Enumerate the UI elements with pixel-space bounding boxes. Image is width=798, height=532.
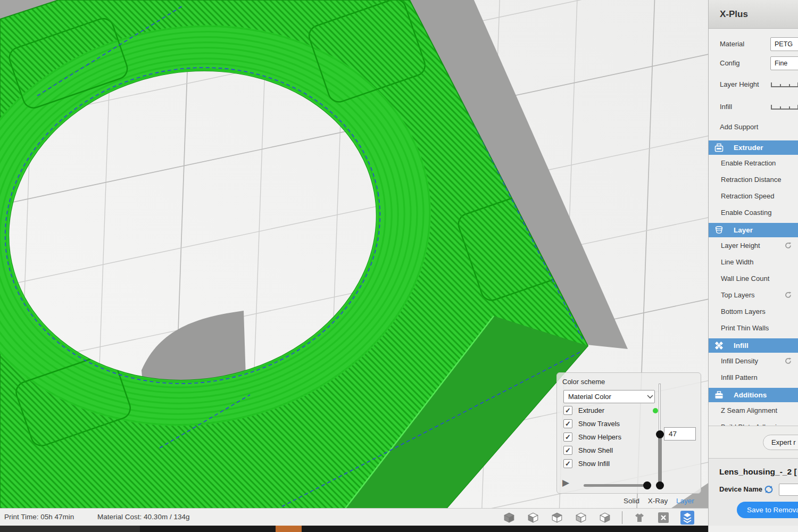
checkbox-row-show-infill[interactable]: ✓ Show Infill <box>563 459 691 470</box>
color-scheme-title: Color scheme <box>562 378 605 386</box>
section-title: Infill <box>734 338 749 353</box>
infill-icon <box>714 341 724 350</box>
view-cube-left-icon[interactable] <box>574 511 588 525</box>
layer-slider-track-upper[interactable] <box>659 384 661 435</box>
layer-slider-track-lower[interactable] <box>658 433 662 487</box>
path-slider-track[interactable] <box>584 484 649 487</box>
checkbox[interactable]: ✓ <box>563 406 572 415</box>
view-cube-top-icon[interactable] <box>550 511 564 525</box>
section-header-additions[interactable]: Additions <box>709 388 798 402</box>
infill-slider[interactable] <box>771 102 798 111</box>
reset-icon[interactable] <box>784 291 792 299</box>
refresh-device-icon[interactable] <box>764 485 774 494</box>
layer-icon <box>714 226 724 235</box>
device-name-label: Device Name <box>719 485 762 493</box>
view-cube-front-icon[interactable] <box>526 511 540 525</box>
material-cost-text: Material Cost: 40.30m / 134g <box>97 513 189 521</box>
save-section: Lens_housing_-_2 [ Device Name Save to R… <box>709 458 798 526</box>
setting-infill-density[interactable]: Infill Density <box>709 355 798 368</box>
setting-enable-retraction[interactable]: Enable Retraction <box>709 157 798 170</box>
job-name: Lens_housing_-_2 [ <box>719 467 797 477</box>
setting-layer-height[interactable]: Layer Height <box>709 239 798 252</box>
view-mode-solid[interactable]: Solid <box>624 497 639 505</box>
section-header-infill[interactable]: Infill <box>709 338 798 353</box>
chevron-down-icon <box>647 395 653 399</box>
solid-view-icon[interactable] <box>633 511 646 525</box>
section-header-extruder[interactable]: Extruder <box>709 140 798 155</box>
checkbox-label: Show Helpers <box>578 433 621 441</box>
checkbox[interactable]: ✓ <box>563 433 572 442</box>
color-scheme-value: Material Color <box>568 393 611 401</box>
section-title: Layer <box>734 223 753 237</box>
checkbox-row-extruder[interactable]: ✓ Extruder <box>563 406 691 417</box>
checkbox[interactable]: ✓ <box>563 446 572 455</box>
device-name-input[interactable] <box>779 484 798 496</box>
layer-slider-handle-top[interactable] <box>656 430 664 438</box>
config-select[interactable]: Fine <box>770 56 798 70</box>
xray-view-icon[interactable] <box>656 511 670 525</box>
settings-sidebar: X-Plus Material PETG Config Fine Layer H… <box>708 0 798 532</box>
extruder-icon <box>714 143 724 152</box>
checkbox[interactable]: ✓ <box>563 419 572 428</box>
printer-name-header: X-Plus <box>709 0 798 29</box>
additions-icon <box>714 390 724 400</box>
sidebar-footer: Expert r <box>709 426 798 458</box>
view-cube-3d-icon[interactable] <box>502 511 516 525</box>
checkbox-label: Show Infill <box>578 460 610 468</box>
checkbox-label: Show Travels <box>578 420 620 428</box>
setting-z-seam-alignment[interactable]: Z Seam Alignment <box>709 404 798 417</box>
setting-infill-pattern[interactable]: Infill Pattern <box>709 371 798 384</box>
setting-retraction-distance[interactable]: Retraction Distance <box>709 173 798 186</box>
checkbox-label: Extruder <box>578 406 604 414</box>
view-cube-right-icon[interactable] <box>598 511 612 525</box>
play-layers-button[interactable]: ▶ <box>562 477 569 488</box>
view-mode-switcher: Solid X-Ray Layer <box>624 497 703 505</box>
layer-height-slider[interactable] <box>771 80 798 88</box>
view-mode-xray[interactable]: X-Ray <box>648 497 668 505</box>
setting-line-width[interactable]: Line Width <box>709 256 798 269</box>
layer-view-icon[interactable] <box>680 511 694 525</box>
layer-slider-handle-bottom[interactable] <box>656 481 664 489</box>
checkbox-label: Show Shell <box>578 446 613 454</box>
print-time-text: Print Time: 05h 47min <box>4 513 74 521</box>
reset-icon[interactable] <box>784 242 792 250</box>
setting-build-plate-adhesion[interactable]: Build Plate Adhesion <box>709 421 798 426</box>
section-header-layer[interactable]: Layer <box>709 223 798 237</box>
setting-bottom-layers[interactable]: Bottom Layers <box>709 305 798 318</box>
job-name-bracket: [ <box>794 467 796 476</box>
setting-wall-line-count[interactable]: Wall Line Count <box>709 272 798 285</box>
taskbar-app-segment <box>276 526 302 532</box>
material-select[interactable]: PETG <box>770 37 798 51</box>
viewport-3d[interactable]: Color scheme Material Color ✓ Extruder ✓… <box>0 0 708 508</box>
path-slider-handle[interactable] <box>643 481 651 489</box>
checkbox-row-show-shell[interactable]: ✓ Show Shell <box>563 446 691 456</box>
add-support-label: Add Support <box>720 120 758 134</box>
view-mode-layer[interactable]: Layer <box>676 497 694 505</box>
color-scheme-select[interactable]: Material Color <box>563 390 655 403</box>
status-bar: Print Time: 05h 47min Material Cost: 40.… <box>0 508 708 526</box>
checkbox[interactable]: ✓ <box>563 459 572 468</box>
layer-height-label: Layer Height <box>720 78 759 92</box>
setting-retraction-speed[interactable]: Retraction Speed <box>709 190 798 203</box>
view-toolbar <box>502 510 694 525</box>
color-scheme-panel: Color scheme Material Color ✓ Extruder ✓… <box>556 372 701 494</box>
save-to-removable-button[interactable]: Save to Removable <box>737 502 798 518</box>
taskbar-strip <box>0 526 798 532</box>
setting-enable-coasting[interactable]: Enable Coasting <box>709 206 798 219</box>
toolbar-separator <box>622 511 622 524</box>
material-label: Material <box>720 37 744 51</box>
section-title: Extruder <box>734 140 763 155</box>
setting-print-thin-walls[interactable]: Print Thin Walls <box>709 322 798 335</box>
section-title: Additions <box>734 388 767 402</box>
taskbar-segment <box>0 526 140 532</box>
reset-icon[interactable] <box>784 357 792 365</box>
infill-label: Infill <box>720 100 732 114</box>
expert-mode-button[interactable]: Expert r <box>763 435 798 450</box>
extruder-color-dot <box>653 408 658 413</box>
config-label: Config <box>720 56 740 70</box>
current-layer-input[interactable]: 47 <box>664 427 696 440</box>
setting-top-layers[interactable]: Top Layers <box>709 289 798 302</box>
